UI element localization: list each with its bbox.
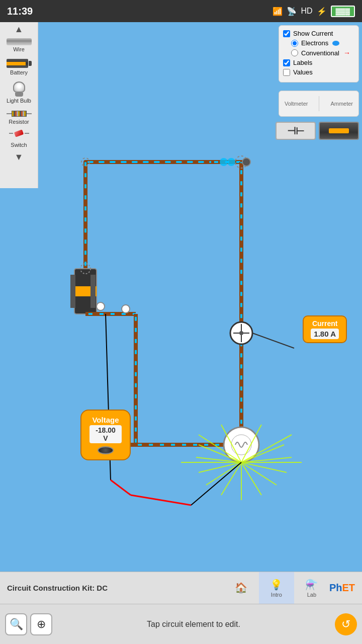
home-icon: 🏠 [235,582,247,594]
show-current-checkbox[interactable] [283,30,290,37]
nav-items: 🏠 💡 Intro ⚗️ Lab PhET [224,572,362,604]
battery-button-icon [329,128,349,133]
charging-icon: ⚡ [317,7,327,16]
ammeter-toolbar-button[interactable]: ⊣⊢ [276,122,316,140]
battery-icon [7,58,32,68]
show-current-row: Show Current [283,30,354,37]
bulb-component[interactable]: Light Bulb [0,78,38,107]
current-value: 1.80 A [311,329,339,339]
intro-label: Intro [271,592,282,598]
status-bar: 11:39 📶 📡 HD ⚡ ▓▓▓ [0,0,362,22]
phet-logo: PhET [329,582,362,594]
app-title: Circuit Construction Kit: DC [0,584,224,592]
settings-panel: Show Current Electrons Conventional → La… [279,25,359,83]
svg-point-51 [242,158,250,166]
refresh-control: ↺ [335,613,362,635]
voltage-knob[interactable] [98,446,114,454]
time-display: 11:39 [7,6,33,17]
bottom-nav: Circuit Construction Kit: DC 🏠 💡 Intro ⚗… [0,572,362,604]
electrons-label: Electrons [301,39,328,47]
current-title: Current [311,319,339,328]
bulb-label: Light Bulb [7,98,31,104]
lab-label: Lab [307,592,316,598]
svg-line-31 [241,462,287,472]
conventional-row: Conventional → [283,49,354,57]
svg-line-47 [131,495,191,505]
show-current-label: Show Current [293,30,333,37]
svg-point-52 [220,158,228,166]
panel-scroll-down[interactable]: ▼ [10,151,28,163]
lab-icon: ⚗️ [305,579,318,591]
zoom-in-button[interactable]: ⊕ [30,613,52,635]
svg-point-56 [122,305,130,313]
svg-rect-14 [70,275,75,308]
svg-line-33 [221,462,241,495]
voltage-display[interactable]: Voltage -18.00 V [80,410,131,460]
hd-label: HD [301,7,312,16]
voltage-value: -18.00 V [89,425,122,443]
voltage-title: Voltage [89,416,122,424]
wire-component[interactable]: Wire [0,35,38,55]
labels-label: Labels [293,59,312,66]
component-panel: ▲ Wire Battery Light Bulb [0,22,38,188]
resistor-label: Resistor [9,119,29,125]
signal-icon: 📡 [287,7,297,16]
conventional-radio[interactable] [291,49,298,56]
zoom-in-icon: ⊕ [37,618,46,631]
battery-status: ▓▓▓ [331,6,355,17]
resistor-component[interactable]: Resistor [0,107,38,128]
labels-checkbox[interactable] [283,59,290,66]
hint-text: Tap circuit element to edit. [52,620,335,629]
bulb-icon [12,82,26,97]
refresh-icon: ↺ [341,618,350,631]
ammeter-icon: ⊣⊢ [287,125,304,137]
wifi-icon: 📶 [273,7,283,16]
nav-lab[interactable]: ⚗️ Lab [294,572,329,604]
meter-panel: Voltmeter Ammeter [279,91,359,117]
values-row: Values [283,68,354,76]
svg-point-53 [227,158,235,166]
refresh-button[interactable]: ↺ [335,613,357,635]
switch-icon [9,131,29,141]
values-checkbox[interactable] [283,69,290,76]
svg-point-24 [239,331,243,335]
voltmeter-label: Voltmeter [285,101,308,107]
svg-rect-15 [90,275,96,308]
zoom-controls: 🔍 ⊕ [0,613,52,635]
labels-row: Labels [283,59,354,66]
current-display[interactable]: Current 1.80 A [303,315,347,343]
nav-intro[interactable]: 💡 Intro [259,572,294,604]
ammeter-label: Ammeter [330,101,353,107]
battery-component[interactable]: Battery [0,55,38,78]
battery-label: Battery [10,69,28,75]
electrons-radio[interactable] [291,40,298,47]
conventional-label: Conventional [301,49,339,57]
wire-label: Wire [13,46,25,52]
svg-line-25 [252,333,294,348]
panel-scroll-up[interactable]: ▲ [10,23,28,35]
electrons-row: Electrons [283,39,354,47]
battery-toolbar-button[interactable] [319,122,359,140]
zoom-out-icon: 🔍 [10,618,23,631]
intro-icon: 💡 [270,579,283,591]
nav-home[interactable]: 🏠 [224,572,259,604]
values-label: Values [293,68,313,76]
svg-line-34 [206,462,241,485]
svg-point-55 [97,302,105,310]
resistor-icon [7,110,32,118]
switch-label: Switch [11,142,27,148]
svg-line-29 [241,462,261,495]
electrons-color-indicator [332,41,339,46]
switch-component[interactable]: Switch [0,128,38,151]
wire-icon [7,38,32,45]
circuit-canvas[interactable]: ▲ Wire Battery Light Bulb [0,22,362,620]
svg-line-46 [111,480,131,495]
svg-line-30 [241,462,277,485]
svg-point-27 [231,435,251,455]
zoom-out-button[interactable]: 🔍 [5,613,27,635]
status-icons: 📶 📡 HD ⚡ ▓▓▓ [273,6,355,17]
bottom-bar: 🔍 ⊕ Tap circuit element to edit. ↺ [0,604,362,644]
conventional-color-indicator: → [343,49,350,57]
